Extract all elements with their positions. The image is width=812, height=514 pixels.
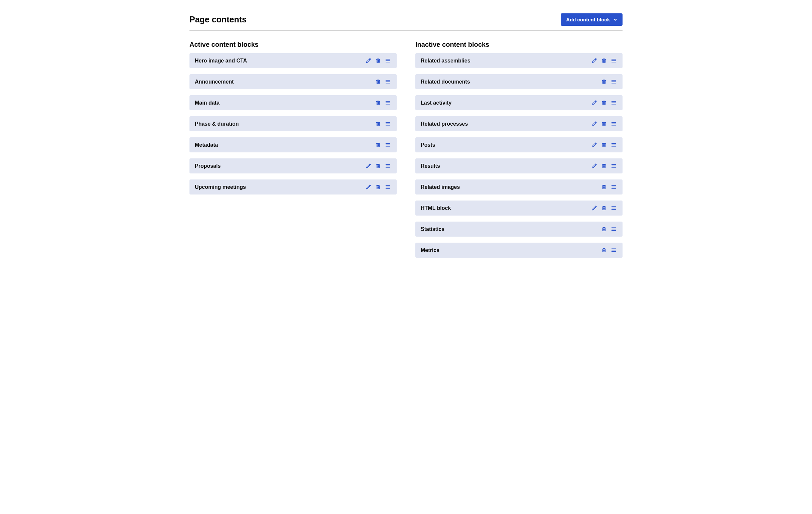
delete-button[interactable]	[601, 204, 608, 211]
edit-button[interactable]	[591, 204, 598, 211]
drag-icon	[385, 184, 390, 190]
drag-handle[interactable]	[610, 99, 617, 106]
active-column-title: Active content blocks	[190, 41, 397, 49]
drag-handle[interactable]	[384, 183, 391, 191]
content-block-item: Hero image and CTA	[190, 53, 397, 68]
block-label: Statistics	[421, 226, 444, 232]
pencil-icon	[591, 100, 597, 106]
content-block-item: Phase & duration	[190, 116, 397, 131]
block-actions	[591, 204, 617, 211]
inactive-blocks-list: Related assembliesRelated documentsLast …	[415, 53, 622, 258]
delete-button[interactable]	[601, 183, 608, 191]
edit-button[interactable]	[591, 99, 598, 106]
pencil-icon	[366, 184, 371, 190]
edit-button[interactable]	[365, 57, 372, 64]
block-actions	[365, 183, 391, 191]
block-label: HTML block	[421, 205, 451, 211]
trash-icon	[375, 142, 381, 148]
content-block-item: Related assemblies	[415, 53, 622, 68]
block-actions	[601, 78, 617, 85]
trash-icon	[601, 247, 607, 253]
edit-button[interactable]	[591, 141, 598, 148]
drag-handle[interactable]	[384, 78, 391, 85]
pencil-icon	[366, 58, 371, 63]
drag-icon	[385, 100, 390, 106]
drag-handle[interactable]	[610, 226, 617, 233]
edit-button[interactable]	[591, 57, 598, 64]
block-actions	[591, 141, 617, 148]
block-label: Announcement	[195, 79, 234, 85]
content-block-item: Metadata	[190, 137, 397, 152]
drag-handle[interactable]	[610, 247, 617, 254]
delete-button[interactable]	[375, 141, 382, 148]
block-label: Metrics	[421, 247, 439, 253]
delete-button[interactable]	[601, 163, 608, 169]
delete-button[interactable]	[601, 226, 608, 233]
delete-button[interactable]	[601, 99, 608, 106]
block-label: Related documents	[421, 79, 470, 85]
drag-handle[interactable]	[610, 204, 617, 211]
delete-button[interactable]	[601, 78, 608, 85]
add-button-label: Add content block	[566, 17, 610, 22]
block-label: Last activity	[421, 100, 452, 106]
delete-button[interactable]	[601, 141, 608, 148]
trash-icon	[601, 184, 607, 190]
drag-icon	[611, 247, 616, 253]
block-label: Metadata	[195, 142, 218, 148]
drag-icon	[611, 79, 616, 85]
trash-icon	[601, 205, 607, 211]
delete-button[interactable]	[375, 57, 382, 64]
page-title: Page contents	[190, 15, 246, 24]
trash-icon	[375, 184, 381, 190]
drag-icon	[385, 142, 390, 148]
block-actions	[591, 57, 617, 64]
block-label: Main data	[195, 100, 220, 106]
content-block-item: Main data	[190, 95, 397, 110]
block-label: Related assemblies	[421, 58, 470, 64]
content-block-item: HTML block	[415, 201, 622, 216]
drag-icon	[385, 163, 390, 169]
delete-button[interactable]	[601, 120, 608, 127]
drag-handle[interactable]	[610, 163, 617, 169]
delete-button[interactable]	[375, 78, 382, 85]
drag-handle[interactable]	[610, 183, 617, 191]
delete-button[interactable]	[375, 183, 382, 191]
trash-icon	[601, 226, 607, 232]
drag-handle[interactable]	[384, 99, 391, 106]
block-actions	[375, 99, 391, 106]
drag-icon	[611, 226, 616, 232]
drag-handle[interactable]	[384, 120, 391, 127]
block-label: Proposals	[195, 163, 221, 169]
block-actions	[365, 163, 391, 169]
block-label: Related processes	[421, 121, 468, 127]
drag-handle[interactable]	[384, 163, 391, 169]
drag-icon	[611, 184, 616, 190]
edit-button[interactable]	[591, 163, 598, 169]
inactive-blocks-column: Inactive content blocks Related assembli…	[415, 41, 622, 258]
drag-icon	[611, 121, 616, 127]
drag-handle[interactable]	[610, 78, 617, 85]
delete-button[interactable]	[375, 99, 382, 106]
block-label: Hero image and CTA	[195, 58, 247, 64]
drag-handle[interactable]	[610, 120, 617, 127]
pencil-icon	[591, 163, 597, 169]
content-block-item: Last activity	[415, 95, 622, 110]
drag-icon	[385, 58, 390, 63]
pencil-icon	[591, 205, 597, 211]
trash-icon	[375, 100, 381, 106]
delete-button[interactable]	[601, 247, 608, 254]
edit-button[interactable]	[365, 183, 372, 191]
drag-handle[interactable]	[384, 57, 391, 64]
drag-handle[interactable]	[384, 141, 391, 148]
drag-handle[interactable]	[610, 141, 617, 148]
delete-button[interactable]	[601, 57, 608, 64]
drag-handle[interactable]	[610, 57, 617, 64]
inactive-column-title: Inactive content blocks	[415, 41, 622, 49]
edit-button[interactable]	[365, 163, 372, 169]
add-content-block-button[interactable]: Add content block	[561, 13, 622, 26]
delete-button[interactable]	[375, 163, 382, 169]
active-blocks-list: Hero image and CTAAnnouncementMain dataP…	[190, 53, 397, 195]
edit-button[interactable]	[591, 120, 598, 127]
delete-button[interactable]	[375, 120, 382, 127]
trash-icon	[375, 163, 381, 169]
